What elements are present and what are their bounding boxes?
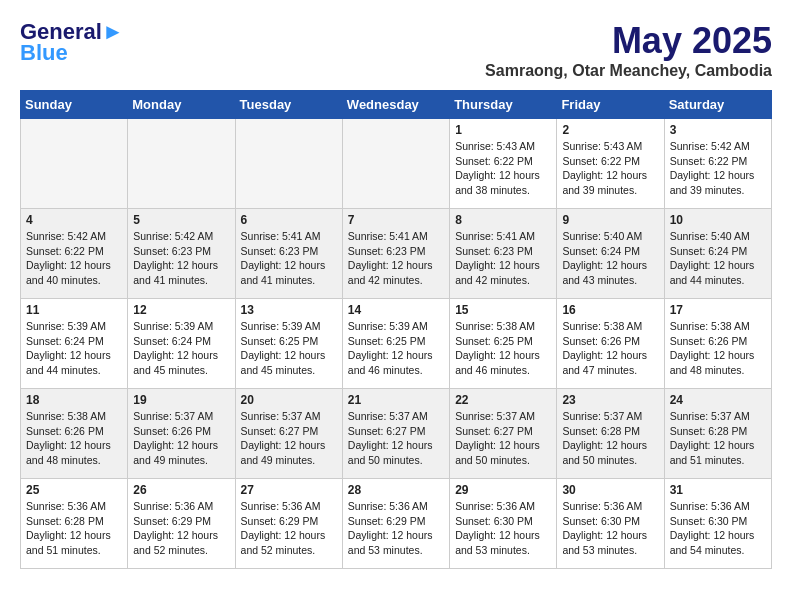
day-info: Sunrise: 5:36 AM Sunset: 6:30 PM Dayligh… xyxy=(455,499,551,558)
day-info: Sunrise: 5:42 AM Sunset: 6:22 PM Dayligh… xyxy=(26,229,122,288)
day-header-saturday: Saturday xyxy=(664,91,771,119)
calendar-cell xyxy=(342,119,449,209)
calendar-cell: 24Sunrise: 5:37 AM Sunset: 6:28 PM Dayli… xyxy=(664,389,771,479)
day-info: Sunrise: 5:36 AM Sunset: 6:29 PM Dayligh… xyxy=(241,499,337,558)
day-number: 15 xyxy=(455,303,551,317)
day-number: 25 xyxy=(26,483,122,497)
day-header-sunday: Sunday xyxy=(21,91,128,119)
calendar-week-1: 1Sunrise: 5:43 AM Sunset: 6:22 PM Daylig… xyxy=(21,119,772,209)
month-title: May 2025 xyxy=(485,20,772,62)
day-info: Sunrise: 5:37 AM Sunset: 6:27 PM Dayligh… xyxy=(241,409,337,468)
day-info: Sunrise: 5:39 AM Sunset: 6:24 PM Dayligh… xyxy=(133,319,229,378)
day-number: 26 xyxy=(133,483,229,497)
calendar-cell: 11Sunrise: 5:39 AM Sunset: 6:24 PM Dayli… xyxy=(21,299,128,389)
day-info: Sunrise: 5:41 AM Sunset: 6:23 PM Dayligh… xyxy=(241,229,337,288)
day-header-friday: Friday xyxy=(557,91,664,119)
day-number: 18 xyxy=(26,393,122,407)
calendar-cell: 7Sunrise: 5:41 AM Sunset: 6:23 PM Daylig… xyxy=(342,209,449,299)
calendar-cell: 2Sunrise: 5:43 AM Sunset: 6:22 PM Daylig… xyxy=(557,119,664,209)
calendar-cell: 19Sunrise: 5:37 AM Sunset: 6:26 PM Dayli… xyxy=(128,389,235,479)
day-number: 5 xyxy=(133,213,229,227)
calendar-cell: 20Sunrise: 5:37 AM Sunset: 6:27 PM Dayli… xyxy=(235,389,342,479)
day-number: 2 xyxy=(562,123,658,137)
day-info: Sunrise: 5:37 AM Sunset: 6:27 PM Dayligh… xyxy=(348,409,444,468)
calendar-cell: 29Sunrise: 5:36 AM Sunset: 6:30 PM Dayli… xyxy=(450,479,557,569)
day-number: 4 xyxy=(26,213,122,227)
day-info: Sunrise: 5:38 AM Sunset: 6:26 PM Dayligh… xyxy=(562,319,658,378)
day-info: Sunrise: 5:38 AM Sunset: 6:26 PM Dayligh… xyxy=(670,319,766,378)
day-info: Sunrise: 5:40 AM Sunset: 6:24 PM Dayligh… xyxy=(562,229,658,288)
calendar-cell xyxy=(21,119,128,209)
calendar-cell: 13Sunrise: 5:39 AM Sunset: 6:25 PM Dayli… xyxy=(235,299,342,389)
calendar-cell: 17Sunrise: 5:38 AM Sunset: 6:26 PM Dayli… xyxy=(664,299,771,389)
day-number: 21 xyxy=(348,393,444,407)
day-info: Sunrise: 5:42 AM Sunset: 6:23 PM Dayligh… xyxy=(133,229,229,288)
calendar-cell: 30Sunrise: 5:36 AM Sunset: 6:30 PM Dayli… xyxy=(557,479,664,569)
calendar-cell: 14Sunrise: 5:39 AM Sunset: 6:25 PM Dayli… xyxy=(342,299,449,389)
calendar-cell: 22Sunrise: 5:37 AM Sunset: 6:27 PM Dayli… xyxy=(450,389,557,479)
day-info: Sunrise: 5:36 AM Sunset: 6:30 PM Dayligh… xyxy=(670,499,766,558)
calendar-week-2: 4Sunrise: 5:42 AM Sunset: 6:22 PM Daylig… xyxy=(21,209,772,299)
calendar-cell: 5Sunrise: 5:42 AM Sunset: 6:23 PM Daylig… xyxy=(128,209,235,299)
day-info: Sunrise: 5:41 AM Sunset: 6:23 PM Dayligh… xyxy=(348,229,444,288)
day-number: 6 xyxy=(241,213,337,227)
calendar-cell: 1Sunrise: 5:43 AM Sunset: 6:22 PM Daylig… xyxy=(450,119,557,209)
day-number: 31 xyxy=(670,483,766,497)
day-number: 3 xyxy=(670,123,766,137)
day-info: Sunrise: 5:37 AM Sunset: 6:27 PM Dayligh… xyxy=(455,409,551,468)
logo-blue: Blue xyxy=(20,40,68,66)
title-area: May 2025 Samraong, Otar Meanchey, Cambod… xyxy=(485,20,772,80)
calendar-cell: 9Sunrise: 5:40 AM Sunset: 6:24 PM Daylig… xyxy=(557,209,664,299)
day-info: Sunrise: 5:41 AM Sunset: 6:23 PM Dayligh… xyxy=(455,229,551,288)
calendar-cell: 15Sunrise: 5:38 AM Sunset: 6:25 PM Dayli… xyxy=(450,299,557,389)
calendar-cell: 31Sunrise: 5:36 AM Sunset: 6:30 PM Dayli… xyxy=(664,479,771,569)
day-number: 17 xyxy=(670,303,766,317)
calendar-body: 1Sunrise: 5:43 AM Sunset: 6:22 PM Daylig… xyxy=(21,119,772,569)
day-info: Sunrise: 5:37 AM Sunset: 6:28 PM Dayligh… xyxy=(562,409,658,468)
day-number: 8 xyxy=(455,213,551,227)
day-number: 12 xyxy=(133,303,229,317)
calendar-header-row: SundayMondayTuesdayWednesdayThursdayFrid… xyxy=(21,91,772,119)
calendar-cell: 3Sunrise: 5:42 AM Sunset: 6:22 PM Daylig… xyxy=(664,119,771,209)
day-info: Sunrise: 5:36 AM Sunset: 6:28 PM Dayligh… xyxy=(26,499,122,558)
day-number: 20 xyxy=(241,393,337,407)
day-header-wednesday: Wednesday xyxy=(342,91,449,119)
day-number: 13 xyxy=(241,303,337,317)
day-info: Sunrise: 5:38 AM Sunset: 6:25 PM Dayligh… xyxy=(455,319,551,378)
calendar-cell xyxy=(235,119,342,209)
day-info: Sunrise: 5:36 AM Sunset: 6:30 PM Dayligh… xyxy=(562,499,658,558)
calendar-cell: 18Sunrise: 5:38 AM Sunset: 6:26 PM Dayli… xyxy=(21,389,128,479)
calendar-cell: 28Sunrise: 5:36 AM Sunset: 6:29 PM Dayli… xyxy=(342,479,449,569)
day-number: 30 xyxy=(562,483,658,497)
day-number: 27 xyxy=(241,483,337,497)
calendar-cell: 8Sunrise: 5:41 AM Sunset: 6:23 PM Daylig… xyxy=(450,209,557,299)
calendar-cell: 27Sunrise: 5:36 AM Sunset: 6:29 PM Dayli… xyxy=(235,479,342,569)
day-number: 22 xyxy=(455,393,551,407)
day-header-monday: Monday xyxy=(128,91,235,119)
calendar-week-3: 11Sunrise: 5:39 AM Sunset: 6:24 PM Dayli… xyxy=(21,299,772,389)
calendar-cell xyxy=(128,119,235,209)
calendar-cell: 16Sunrise: 5:38 AM Sunset: 6:26 PM Dayli… xyxy=(557,299,664,389)
calendar-cell: 21Sunrise: 5:37 AM Sunset: 6:27 PM Dayli… xyxy=(342,389,449,479)
day-info: Sunrise: 5:38 AM Sunset: 6:26 PM Dayligh… xyxy=(26,409,122,468)
day-info: Sunrise: 5:40 AM Sunset: 6:24 PM Dayligh… xyxy=(670,229,766,288)
day-info: Sunrise: 5:43 AM Sunset: 6:22 PM Dayligh… xyxy=(455,139,551,198)
calendar-week-4: 18Sunrise: 5:38 AM Sunset: 6:26 PM Dayli… xyxy=(21,389,772,479)
day-number: 10 xyxy=(670,213,766,227)
calendar-cell: 23Sunrise: 5:37 AM Sunset: 6:28 PM Dayli… xyxy=(557,389,664,479)
calendar-table: SundayMondayTuesdayWednesdayThursdayFrid… xyxy=(20,90,772,569)
day-info: Sunrise: 5:39 AM Sunset: 6:24 PM Dayligh… xyxy=(26,319,122,378)
header: General► Blue May 2025 Samraong, Otar Me… xyxy=(20,20,772,80)
location-title: Samraong, Otar Meanchey, Cambodia xyxy=(485,62,772,80)
calendar-cell: 4Sunrise: 5:42 AM Sunset: 6:22 PM Daylig… xyxy=(21,209,128,299)
calendar-cell: 12Sunrise: 5:39 AM Sunset: 6:24 PM Dayli… xyxy=(128,299,235,389)
day-number: 14 xyxy=(348,303,444,317)
calendar-week-5: 25Sunrise: 5:36 AM Sunset: 6:28 PM Dayli… xyxy=(21,479,772,569)
day-number: 11 xyxy=(26,303,122,317)
logo: General► Blue xyxy=(20,20,124,66)
day-header-tuesday: Tuesday xyxy=(235,91,342,119)
calendar-cell: 6Sunrise: 5:41 AM Sunset: 6:23 PM Daylig… xyxy=(235,209,342,299)
day-number: 1 xyxy=(455,123,551,137)
day-info: Sunrise: 5:39 AM Sunset: 6:25 PM Dayligh… xyxy=(241,319,337,378)
day-number: 19 xyxy=(133,393,229,407)
